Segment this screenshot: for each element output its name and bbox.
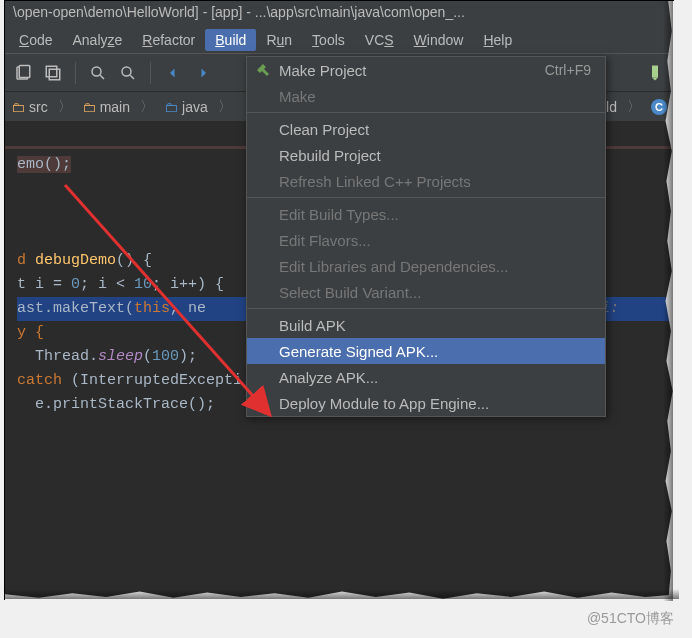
toolbar-separator [75, 62, 76, 84]
hammer-icon [255, 62, 271, 78]
menu-separator [247, 112, 605, 113]
chevron-right-icon: 〉 [627, 98, 641, 116]
chevron-right-icon: 〉 [218, 98, 232, 116]
torn-edge-shadow [5, 589, 679, 599]
menu-code[interactable]: Codedocument.currentScript.previousEleme… [9, 29, 62, 51]
menu-edit-libraries: Edit Libraries and Dependencies... [247, 253, 605, 279]
nav-forward-icon[interactable] [191, 61, 215, 85]
menu-analyze-apk[interactable]: Analyze APK... [247, 364, 605, 390]
menu-deploy-module[interactable]: Deploy Module to App Engine... [247, 390, 605, 416]
menu-bar: Codedocument.currentScript.previousEleme… [5, 26, 673, 54]
folder-icon: 🗀 [82, 99, 96, 115]
menu-make: Make [247, 83, 605, 109]
code-line: emo(); [17, 156, 71, 173]
torn-edge-shadow [663, 1, 673, 601]
menu-edit-flavors: Edit Flavors... [247, 227, 605, 253]
window-title: \open-open\demo\HelloWorld] - [app] - ..… [5, 1, 673, 26]
svg-line-7 [130, 75, 134, 79]
menu-build[interactable]: Build [205, 29, 256, 51]
crumb-java[interactable]: 🗀 java [164, 99, 208, 115]
menu-analyze[interactable]: Analyze [62, 29, 132, 51]
crumb-main[interactable]: 🗀 main [82, 99, 130, 115]
zoom-icon[interactable] [86, 61, 110, 85]
folder-icon: 🗀 [164, 99, 178, 115]
svg-rect-1 [19, 65, 30, 77]
menu-build-apk[interactable]: Build APK [247, 312, 605, 338]
shortcut-label: Ctrl+F9 [545, 62, 591, 78]
svg-rect-3 [49, 69, 60, 80]
nav-back-icon[interactable] [161, 61, 185, 85]
chevron-right-icon: 〉 [140, 98, 154, 116]
menu-tools[interactable]: Tools [302, 29, 355, 51]
menu-separator [247, 197, 605, 198]
menu-window[interactable]: Window [404, 29, 474, 51]
menu-help[interactable]: Help [473, 29, 522, 51]
menu-edit-build-types: Edit Build Types... [247, 201, 605, 227]
menu-run[interactable]: Run [256, 29, 302, 51]
svg-point-4 [92, 67, 101, 76]
menu-refactor[interactable]: Refactor [132, 29, 205, 51]
menu-refresh-cpp: Refresh Linked C++ Projects [247, 168, 605, 194]
menu-separator [247, 308, 605, 309]
save-all-icon[interactable] [41, 61, 65, 85]
chevron-right-icon: 〉 [58, 98, 72, 116]
crumb-src[interactable]: 🗀 src [11, 99, 48, 115]
open-file-icon[interactable] [11, 61, 35, 85]
menu-rebuild-project[interactable]: Rebuild Project [247, 142, 605, 168]
menu-select-build-variant: Select Build Variant... [247, 279, 605, 305]
zoom-icon-2[interactable] [116, 61, 140, 85]
svg-point-6 [122, 67, 131, 76]
menu-clean-project[interactable]: Clean Project [247, 116, 605, 142]
menu-generate-signed-apk[interactable]: Generate Signed APK... [247, 338, 605, 364]
svg-line-5 [100, 75, 104, 79]
svg-rect-2 [46, 66, 57, 77]
menu-make-project[interactable]: Make Project Ctrl+F9 [247, 57, 605, 83]
folder-icon: 🗀 [11, 99, 25, 115]
build-menu-dropdown: Make Project Ctrl+F9 Make Clean Project … [246, 56, 606, 417]
svg-rect-8 [652, 65, 658, 77]
watermark: @51CTO博客 [587, 610, 674, 628]
menu-vcs[interactable]: VCS [355, 29, 404, 51]
toolbar-separator [150, 62, 151, 84]
